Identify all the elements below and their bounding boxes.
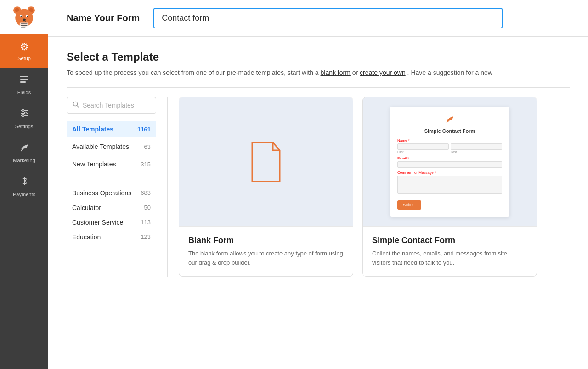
preview-email-field: Email * <box>397 156 502 168</box>
filter-available-templates[interactable]: Available Templates 63 <box>67 138 156 155</box>
cards-grid: Blank Form The blank form allows you to … <box>168 97 570 277</box>
sidebar-fields-label: Fields <box>17 90 31 95</box>
filter-new-count: 315 <box>141 161 151 168</box>
form-name-input[interactable] <box>153 8 503 28</box>
blank-form-desc: The blank form allows you to create any … <box>188 249 344 267</box>
gear-icon: ⚙ <box>20 41 29 53</box>
svg-point-22 <box>22 114 24 117</box>
bear-logo-icon <box>11 5 37 30</box>
svg-point-9 <box>23 19 26 21</box>
fields-icon <box>19 74 29 87</box>
filter-all-templates[interactable]: All Templates 1161 <box>67 121 156 137</box>
preview-last-input <box>451 143 502 150</box>
category-education[interactable]: Education 123 <box>67 230 156 244</box>
svg-point-7 <box>21 16 22 17</box>
preview-submit-button: Submit <box>397 200 421 210</box>
preview-name-inputs: First Last <box>397 143 502 153</box>
blank-form-card[interactable]: Blank Form The blank form allows you to … <box>179 97 353 277</box>
svg-point-21 <box>24 112 27 114</box>
preview-title: Simple Contact Form <box>424 128 475 134</box>
search-icon <box>73 101 79 109</box>
contact-form-title: Simple Contact Form <box>372 236 527 245</box>
top-bar: Name Your Form <box>48 0 588 37</box>
blank-form-preview <box>179 97 353 226</box>
section-desc: To speed up the process you can select f… <box>67 69 570 76</box>
search-box[interactable] <box>67 97 156 114</box>
preview-name-label: Name * <box>397 138 502 142</box>
blank-form-doc-icon <box>248 140 284 184</box>
filter-all-count: 1161 <box>137 126 151 133</box>
filter-divider <box>67 179 156 179</box>
blank-form-title: Blank Form <box>188 236 344 245</box>
svg-line-29 <box>447 121 447 123</box>
sidebar-item-setup[interactable]: ⚙ Setup <box>0 34 48 68</box>
preview-header-icon <box>445 114 455 126</box>
category-customer-service[interactable]: Customer Service 113 <box>67 215 156 230</box>
create-own-link[interactable]: create your own <box>360 69 406 76</box>
preview-email-label: Email * <box>397 156 502 160</box>
preview-first-input <box>397 143 449 150</box>
svg-point-8 <box>27 16 28 17</box>
payments-icon <box>19 176 29 189</box>
search-input[interactable] <box>83 102 150 109</box>
sidebar-logo <box>0 0 48 34</box>
sidebar-item-marketing[interactable]: Marketing <box>0 136 48 170</box>
sidebar-item-fields[interactable]: Fields <box>0 68 48 102</box>
preview-comment-label: Comment or Message * <box>397 170 502 175</box>
filter-panel: All Templates 1161 Available Templates 6… <box>67 97 168 277</box>
blank-form-link[interactable]: blank form <box>321 69 351 76</box>
contact-form-info: Simple Contact Form Collect the names, e… <box>363 226 537 276</box>
preview-email-input <box>397 161 502 168</box>
sidebar-settings-label: Settings <box>15 124 34 129</box>
svg-line-24 <box>21 149 22 151</box>
svg-rect-15 <box>20 79 28 80</box>
filter-available-count: 63 <box>144 143 151 150</box>
svg-rect-14 <box>20 76 28 77</box>
category-business[interactable]: Business Operations 683 <box>67 186 156 200</box>
preview-name-field: Name * First Last <box>397 138 502 153</box>
filter-all-label: All Templates <box>72 125 113 133</box>
filter-available-label: Available Templates <box>72 143 129 150</box>
settings-icon <box>19 108 29 121</box>
preview-comment-textarea <box>397 176 502 194</box>
preview-comment-field: Comment or Message * <box>397 170 502 194</box>
sidebar: ⚙ Setup Fields Settings <box>0 0 48 369</box>
contact-form-mockup: Simple Contact Form Name * First <box>390 107 509 217</box>
contact-form-preview: Simple Contact Form Name * First <box>363 97 537 226</box>
marketing-icon <box>19 142 29 155</box>
template-section: Select a Template To speed up the proces… <box>48 37 588 369</box>
filter-new-label: New Templates <box>72 160 116 168</box>
svg-point-20 <box>22 110 24 112</box>
template-body: All Templates 1161 Available Templates 6… <box>67 87 570 277</box>
contact-form-card[interactable]: Simple Contact Form Name * First <box>362 97 537 277</box>
section-title: Select a Template <box>67 51 570 63</box>
preview-header: Simple Contact Form <box>397 114 502 134</box>
svg-rect-16 <box>20 81 26 83</box>
sidebar-item-payments[interactable]: Payments <box>0 170 48 204</box>
sidebar-setup-label: Setup <box>17 56 31 61</box>
sidebar-payments-label: Payments <box>13 192 35 197</box>
contact-form-desc: Collect the names, emails, and messages … <box>372 249 527 267</box>
sidebar-marketing-label: Marketing <box>13 158 35 163</box>
sidebar-item-settings[interactable]: Settings <box>0 102 48 136</box>
svg-line-27 <box>77 106 79 108</box>
main-content: Name Your Form Select a Template To spee… <box>48 0 588 369</box>
category-calculator[interactable]: Calculator 50 <box>67 200 156 215</box>
form-name-label: Name Your Form <box>67 13 140 23</box>
blank-form-info: Blank Form The blank form allows you to … <box>179 226 353 276</box>
filter-new-templates[interactable]: New Templates 315 <box>67 156 156 172</box>
